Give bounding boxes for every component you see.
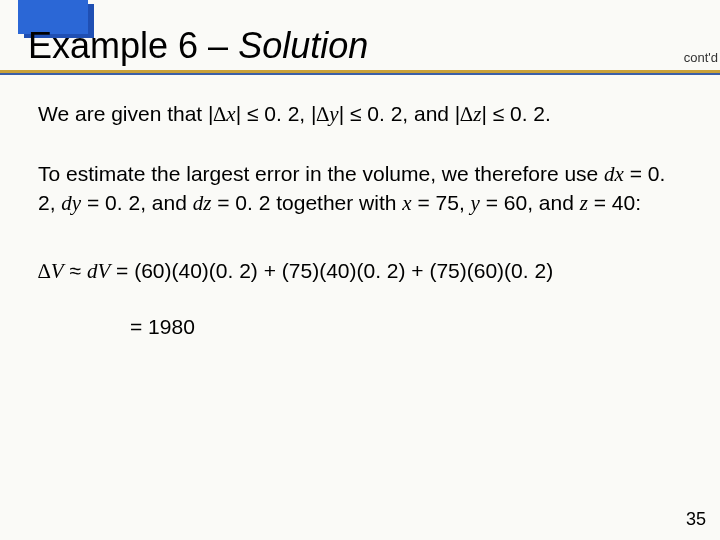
estimate-paragraph: To estimate the largest error in the vol… <box>38 160 682 217</box>
p1-text-c: | ≤ 0. 2, and | <box>339 102 461 125</box>
equation-line: ∆V ≈ dV = (60)(40)(0. 2) + (75)(40)(0. 2… <box>38 257 682 285</box>
dV: dV <box>87 259 110 283</box>
delta-y: ∆y <box>316 102 338 126</box>
approx-sign: ≈ <box>64 259 87 282</box>
z-var: z <box>580 191 588 215</box>
delta-z: ∆z <box>460 102 481 126</box>
contd-label: cont'd <box>684 50 718 65</box>
slide: Example 6 – Solution cont'd We are given… <box>0 0 720 540</box>
x-var: x <box>402 191 411 215</box>
given-paragraph: We are given that |∆x| ≤ 0. 2, |∆y| ≤ 0.… <box>38 100 682 128</box>
title-italic: Solution <box>238 25 368 66</box>
p1-text-d: | ≤ 0. 2. <box>481 102 551 125</box>
y-var: y <box>471 191 480 215</box>
slide-number: 35 <box>686 509 706 530</box>
p2-text-g: = 40: <box>588 191 641 214</box>
title-prefix: Example 6 – <box>28 25 238 66</box>
body: We are given that |∆x| ≤ 0. 2, |∆y| ≤ 0.… <box>38 100 682 342</box>
equation-rhs: = (60)(40)(0. 2) + (75)(40)(0. 2) + (75)… <box>110 259 553 282</box>
p2-text-c: = 0. 2, and <box>81 191 193 214</box>
dy-var: dy <box>61 191 81 215</box>
p1-text-a: We are given that | <box>38 102 214 125</box>
rule-blue <box>0 73 720 75</box>
title-row: Example 6 – Solution <box>28 28 720 64</box>
delta-V: ∆V <box>38 259 64 283</box>
page-title: Example 6 – Solution <box>28 25 368 66</box>
dx-var: dx <box>604 162 624 186</box>
p2-text-e: = 75, <box>412 191 471 214</box>
p2-text-a: To estimate the largest error in the vol… <box>38 162 604 185</box>
p2-text-d: = 0. 2 together with <box>211 191 402 214</box>
p2-text-f: = 60, and <box>480 191 580 214</box>
equation-result: = 1980 <box>38 313 682 341</box>
delta-x: ∆x <box>214 102 236 126</box>
p1-text-b: | ≤ 0. 2, | <box>236 102 317 125</box>
dz-var: dz <box>193 191 212 215</box>
